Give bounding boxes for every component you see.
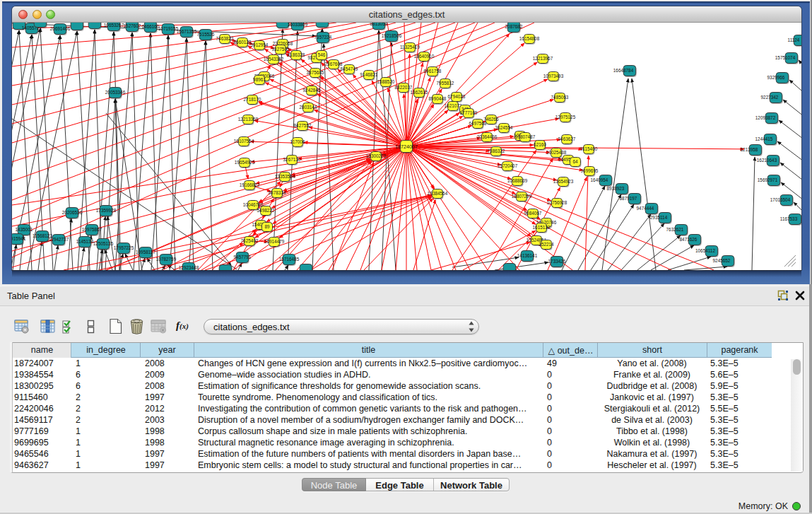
svg-text:62160: 62160 — [534, 142, 546, 147]
svg-text:8454749: 8454749 — [341, 66, 358, 71]
svg-text:1527602: 1527602 — [124, 23, 141, 28]
svg-text:17016504: 17016504 — [770, 197, 791, 202]
svg-text:98961: 98961 — [253, 77, 266, 82]
svg-text:16914479: 16914479 — [264, 239, 285, 244]
svg-text:19218506: 19218506 — [382, 33, 402, 38]
svg-text:6466160: 6466160 — [142, 24, 160, 29]
svg-text:2087682: 2087682 — [505, 24, 523, 29]
svg-text:12923448: 12923448 — [179, 265, 199, 270]
svg-text:9463627: 9463627 — [558, 136, 576, 141]
svg-text:16107554: 16107554 — [234, 139, 254, 144]
svg-text:1435001: 1435001 — [16, 227, 33, 232]
svg-text:2718170: 2718170 — [244, 97, 261, 102]
svg-text:546: 546 — [318, 52, 326, 57]
svg-text:6879197: 6879197 — [620, 196, 637, 201]
svg-text:19384554: 19384554 — [428, 191, 448, 196]
svg-text:10654112: 10654112 — [695, 248, 715, 253]
svg-text:10756928: 10756928 — [547, 200, 567, 205]
svg-text:3267130: 3267130 — [283, 157, 301, 162]
svg-text:1167533: 1167533 — [780, 216, 798, 221]
svg-text:10025438: 10025438 — [546, 150, 567, 155]
svg-text:5878334: 5878334 — [269, 190, 286, 195]
svg-text:14136141: 14136141 — [517, 253, 538, 258]
svg-text:15720407: 15720407 — [498, 163, 518, 168]
svg-text:5498222: 5498222 — [257, 208, 275, 213]
svg-text:3875685: 3875685 — [307, 70, 324, 75]
svg-text:3915941: 3915941 — [12, 236, 26, 241]
svg-text:1362615: 1362615 — [411, 90, 428, 95]
svg-text:1640954: 1640954 — [591, 177, 608, 182]
svg-text:13654923: 13654923 — [553, 179, 574, 184]
svg-text:89: 89 — [264, 224, 270, 229]
svg-text:12975125: 12975125 — [555, 115, 576, 119]
svg-text:746266: 746266 — [483, 117, 499, 122]
svg-text:117004: 117004 — [290, 139, 305, 144]
svg-text:10958117: 10958117 — [136, 250, 155, 255]
svg-text:8427552: 8427552 — [294, 123, 312, 128]
svg-text:18300275: 18300275 — [366, 153, 387, 158]
svg-text:8186328: 8186328 — [288, 52, 305, 57]
svg-text:15716485: 15716485 — [279, 257, 300, 262]
svg-text:18807299: 18807299 — [512, 194, 532, 199]
svg-text:16154808: 16154808 — [519, 36, 540, 41]
svg-text:7632621: 7632621 — [666, 227, 684, 232]
svg-text:18640910: 18640910 — [414, 54, 435, 59]
svg-text:9245652: 9245652 — [713, 258, 731, 263]
svg-text:11124: 11124 — [788, 37, 800, 42]
svg-text:12505135: 12505135 — [93, 241, 114, 246]
svg-text:10688639: 10688639 — [507, 178, 528, 183]
svg-text:8322037: 8322037 — [395, 85, 413, 90]
svg-text:15751074: 15751074 — [775, 55, 796, 60]
svg-text:19654925: 19654925 — [235, 160, 255, 165]
svg-text:2935114: 2935114 — [650, 215, 668, 220]
svg-text:10782759: 10782759 — [156, 257, 177, 262]
svg-text:1615132: 1615132 — [533, 225, 551, 230]
svg-text:16210643: 16210643 — [757, 158, 777, 163]
svg-text:9242845: 9242845 — [303, 88, 321, 93]
svg-text:3624554: 3624554 — [495, 125, 513, 130]
svg-text:64: 64 — [572, 159, 578, 164]
svg-text:20691406: 20691406 — [50, 26, 71, 31]
svg-text:7955812: 7955812 — [437, 81, 454, 86]
svg-text:19166822: 19166822 — [240, 182, 260, 187]
svg-text:10653267: 10653267 — [104, 23, 124, 28]
svg-text:10719155: 10719155 — [158, 26, 179, 31]
svg-text:8938923: 8938923 — [607, 186, 625, 191]
svg-text:1244415: 1244415 — [755, 136, 773, 141]
svg-text:10543382: 10543382 — [264, 57, 284, 62]
svg-text:9329966: 9329966 — [767, 75, 785, 80]
svg-text:11325419: 11325419 — [400, 45, 420, 49]
svg-text:9474444: 9474444 — [637, 206, 654, 211]
svg-text:7485063: 7485063 — [551, 95, 569, 100]
svg-text:252214: 252214 — [539, 242, 554, 247]
svg-text:1733426: 1733426 — [548, 259, 566, 264]
svg-text:9084067: 9084067 — [524, 211, 542, 216]
svg-text:7463822: 7463822 — [216, 36, 234, 41]
svg-text:6961758: 6961758 — [424, 69, 442, 74]
svg-text:17359928: 17359928 — [96, 208, 117, 213]
svg-text:12213967: 12213967 — [533, 56, 553, 61]
svg-text:10807487: 10807487 — [515, 134, 536, 139]
svg-text:1145134: 1145134 — [76, 239, 94, 244]
svg-text:8213958: 8213958 — [741, 147, 758, 152]
svg-text:17957225: 17957225 — [114, 245, 134, 250]
svg-text:18724007: 18724007 — [395, 144, 418, 150]
svg-text:9146821: 9146821 — [360, 72, 378, 77]
svg-text:9227342: 9227342 — [761, 95, 779, 100]
svg-text:5912954: 5912954 — [251, 42, 269, 47]
svg-text:2803144: 2803144 — [300, 105, 317, 110]
svg-text:2367608: 2367608 — [325, 62, 343, 66]
svg-text:20053346: 20053346 — [105, 90, 126, 95]
svg-text:9327505: 9327505 — [272, 47, 290, 52]
svg-text:8990448: 8990448 — [429, 96, 447, 101]
svg-text:10975867: 10975867 — [82, 227, 102, 232]
svg-text:13353594: 13353594 — [275, 174, 295, 179]
svg-text:20364436: 20364436 — [477, 134, 498, 139]
svg-text:7357224: 7357224 — [314, 35, 332, 40]
svg-text:8813054: 8813054 — [370, 23, 388, 26]
svg-text:1588520: 1588520 — [377, 79, 395, 84]
svg-text:16033809: 16033809 — [288, 23, 308, 27]
svg-text:9777169: 9777169 — [460, 110, 478, 115]
svg-text:9457791: 9457791 — [234, 255, 252, 259]
svg-text:7386322: 7386322 — [488, 148, 505, 153]
